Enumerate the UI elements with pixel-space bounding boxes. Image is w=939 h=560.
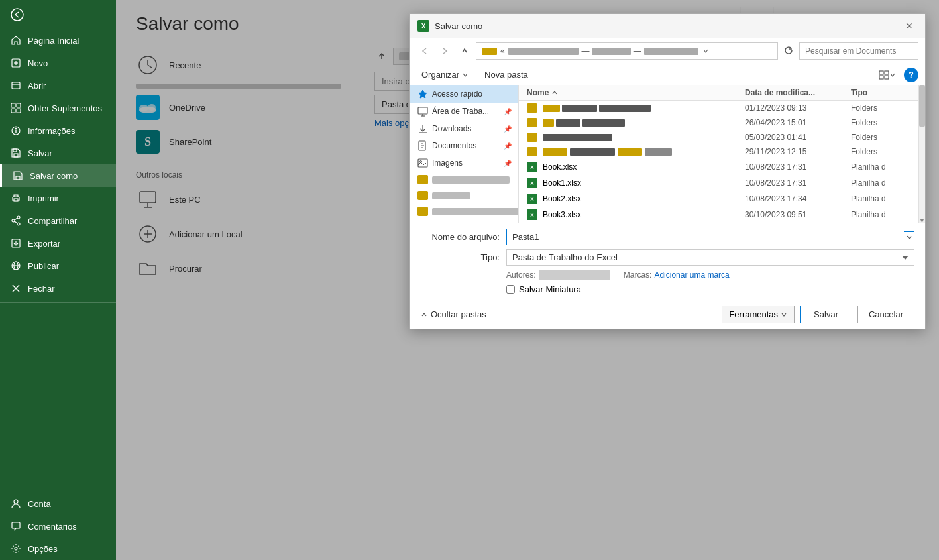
hide-folders-button[interactable]: Ocultar pastas	[420, 309, 486, 319]
col-name[interactable]: Nome	[527, 88, 745, 97]
table-row[interactable]: ███ █████ ███ ███ 29/11/2023 12:15 Folde…	[519, 144, 918, 159]
filetype-label: Tipo:	[420, 252, 500, 262]
folder-icon	[527, 147, 537, 156]
table-row[interactable]: X Book3.xlsx 30/10/2023 09:51 Planilha d	[519, 207, 918, 223]
table-row[interactable]: ████████ 05/03/2023 01:41 Folders	[519, 130, 918, 144]
sidebar-item-new[interactable]: Novo	[0, 52, 116, 74]
dialog-title-text: Salvar como	[435, 21, 896, 31]
dialog-path-bar[interactable]: █ « ████████ — ████ — ██████	[476, 42, 778, 60]
sidebar-item-options[interactable]: Opções	[0, 537, 116, 560]
up-icon	[460, 46, 469, 56]
blurred-folder-icon-1	[417, 175, 428, 184]
svg-rect-58	[418, 107, 427, 114]
sidebar-item-account[interactable]: Conta	[0, 492, 116, 515]
svg-rect-54	[885, 71, 889, 74]
nav-item-blurred-3[interactable]: █████████	[410, 203, 518, 219]
back-button[interactable]	[0, 0, 116, 29]
view-dropdown-icon	[889, 72, 896, 78]
svg-rect-8	[17, 109, 21, 113]
dialog-filetype-select[interactable]: Pasta de Trabalho do Excel	[506, 249, 914, 266]
sidebar-item-publish[interactable]: Publicar	[0, 254, 116, 277]
filename-label: Nome do arquivo:	[420, 232, 500, 242]
new-folder-button[interactable]: Nova pasta	[479, 67, 533, 82]
dialog-up-btn[interactable]	[456, 44, 473, 58]
dialog-overlay: X Salvar como ✕ █ « ████████	[116, 0, 939, 560]
col-date[interactable]: Data de modifica...	[745, 88, 851, 97]
dialog-search-input[interactable]	[799, 42, 918, 60]
sidebar-item-addins[interactable]: Obter Suplementos	[0, 97, 116, 119]
svg-point-18	[17, 223, 20, 225]
svg-rect-53	[879, 71, 883, 74]
excel-file-icon: X	[527, 209, 537, 220]
images-nav-icon	[417, 158, 428, 168]
view-button[interactable]	[876, 68, 899, 82]
table-row[interactable]: █ ███ █████ 26/04/2023 15:01 Folders	[519, 115, 918, 130]
nav-item-documents[interactable]: Documentos 📌	[410, 137, 518, 154]
svg-rect-7	[11, 109, 15, 113]
folder-icon	[527, 118, 537, 127]
excel-logo-icon: X	[417, 20, 429, 32]
dialog-filename-input[interactable]	[506, 229, 897, 245]
dialog-save-button[interactable]: Salvar	[800, 306, 852, 323]
sidebar-item-print[interactable]: Imprimir	[0, 187, 116, 209]
sidebar-item-comments[interactable]: Comentários	[0, 515, 116, 537]
pin-icon-images: 📌	[504, 160, 512, 167]
nav-item-quick-access[interactable]: Acesso rápido	[410, 85, 518, 103]
svg-rect-4	[12, 82, 20, 89]
sidebar-item-saveas[interactable]: Salvar como	[0, 164, 116, 187]
dialog-title-bar: X Salvar como ✕	[410, 14, 925, 38]
dialog-back-btn[interactable]	[416, 44, 433, 58]
svg-marker-57	[419, 90, 427, 98]
svg-point-29	[14, 500, 18, 504]
sidebar-item-open[interactable]: Abrir	[0, 74, 116, 97]
svg-point-31	[15, 547, 17, 550]
svg-rect-55	[879, 76, 883, 79]
dialog-footer: Ocultar pastas Ferramentas Salvar Cancel…	[410, 300, 925, 329]
col-type[interactable]: Tipo	[851, 88, 911, 97]
save-as-dialog: X Salvar como ✕ █ « ████████	[409, 13, 926, 329]
add-mark-link[interactable]: Adicionar uma marca	[654, 270, 729, 280]
table-row[interactable]: X Book.xlsx 10/08/2023 17:31 Planilha d	[519, 159, 918, 175]
nav-item-blurred-2[interactable]: ████	[410, 188, 518, 203]
scrollbar-right[interactable]: ▼	[918, 85, 925, 223]
table-row[interactable]: ██ ████ ██████ 01/12/2023 09:13 Folders	[519, 101, 918, 115]
dialog-nav-panel: Acesso rápido Área de Traba... 📌	[410, 85, 519, 223]
dialog-action-bar: Organizar Nova pasta ?	[410, 64, 925, 85]
sidebar-item-close[interactable]: Fechar	[0, 277, 116, 300]
table-row[interactable]: X Book2.xlsx 10/08/2023 17:34 Planilha d	[519, 191, 918, 207]
sidebar-item-export[interactable]: Exportar	[0, 232, 116, 254]
dialog-forward-btn[interactable]	[436, 44, 453, 58]
help-button[interactable]: ?	[904, 68, 918, 82]
svg-rect-30	[12, 522, 20, 528]
hide-folders-icon	[420, 311, 428, 319]
dialog-bottom: Nome do arquivo: Tipo: Pasta de Trabalho…	[410, 223, 925, 300]
dialog-marks: Marcas: Adicionar uma marca	[624, 270, 730, 280]
filename-dropdown-arrow[interactable]	[904, 231, 914, 243]
sidebar-item-save[interactable]: Salvar	[0, 142, 116, 164]
dialog-cancel-button[interactable]: Cancelar	[857, 306, 914, 323]
table-row[interactable]: X Book1.xlsx 10/08/2023 17:31 Planilha d	[519, 175, 918, 191]
sidebar-item-info[interactable]: Informações	[0, 119, 116, 142]
tools-button[interactable]: Ferramentas	[722, 306, 795, 323]
sidebar-item-home[interactable]: Página Inicial	[0, 29, 116, 52]
nav-item-desktop[interactable]: Área de Traba... 📌	[410, 103, 518, 120]
thumbnail-checkbox[interactable]	[506, 285, 515, 294]
organize-button[interactable]: Organizar	[416, 67, 474, 82]
sidebar: Página Inicial Novo Abrir Obter Suplemen…	[0, 0, 116, 560]
svg-point-11	[15, 128, 17, 129]
pin-icon-desktop: 📌	[504, 108, 512, 115]
blurred-folder-icon-2	[417, 191, 428, 200]
nav-item-downloads[interactable]: Downloads 📌	[410, 120, 518, 137]
dialog-close-button[interactable]: ✕	[901, 19, 917, 32]
nav-item-images[interactable]: Imagens 📌	[410, 154, 518, 172]
sort-icon	[551, 89, 558, 96]
path-dropdown-icon	[702, 48, 709, 54]
nav-item-blurred-1[interactable]: ████████	[410, 172, 518, 188]
sidebar-item-share[interactable]: Compartilhar	[0, 209, 116, 232]
back-icon	[420, 46, 429, 56]
svg-rect-6	[17, 103, 21, 107]
dialog-footer-right: Ferramentas Salvar Cancelar	[722, 306, 914, 323]
svg-point-0	[11, 9, 23, 21]
dialog-refresh-btn[interactable]	[781, 44, 797, 59]
dialog-thumbnail-row: Salvar Miniatura	[420, 284, 914, 294]
